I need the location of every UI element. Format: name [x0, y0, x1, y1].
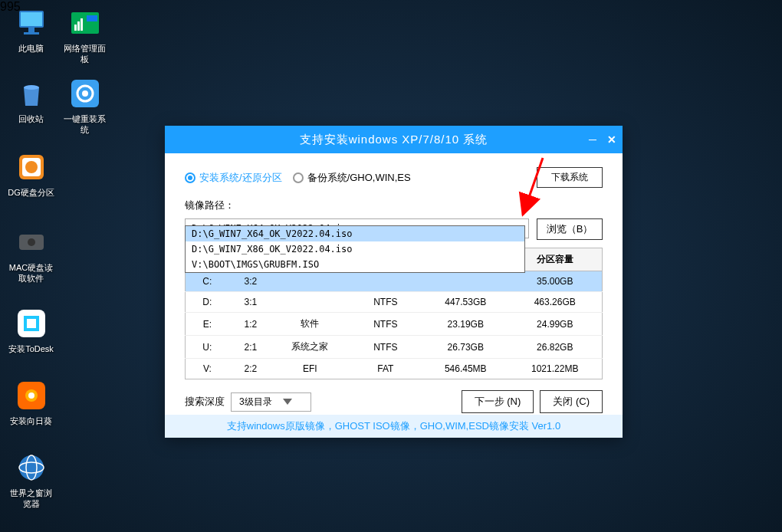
- path-dropdown: D:\G_WIN7_X64_OK_V2022.04.iso D:\G_WIN7_…: [185, 225, 525, 273]
- table-row[interactable]: V:2:2EFIFAT546.45MB1021.22MB: [186, 359, 603, 379]
- svg-point-9: [24, 85, 39, 90]
- desktop-icon-todesk[interactable]: 安装ToDesk: [6, 307, 56, 354]
- dropdown-option[interactable]: D:\G_WIN7_X64_OK_V2022.04.iso: [186, 226, 524, 241]
- path-label: 镜像路径：: [185, 199, 603, 212]
- icon-label: 世界之窗浏览器: [6, 488, 56, 509]
- mac-icon: [15, 225, 48, 259]
- window-title: 支持安装windows XP/7/8/10 系统: [300, 133, 488, 147]
- minimize-button[interactable]: ─: [589, 133, 596, 146]
- dropdown-option[interactable]: D:\G_WIN7_X86_OK_V2022.04.iso: [186, 241, 524, 257]
- desktop-icon-pc[interactable]: 此电脑: [6, 6, 56, 54]
- netpanel-icon: [68, 6, 102, 40]
- next-button[interactable]: 下一步 (N): [462, 390, 534, 413]
- desktop-icon-browser[interactable]: 世界之窗浏览器: [6, 451, 56, 509]
- search-depth-label: 搜索深度: [185, 395, 225, 409]
- sunflower-icon: [15, 379, 48, 412]
- desktop-icon-reinstall[interactable]: 一键重装系统: [60, 77, 110, 135]
- svg-point-17: [28, 238, 35, 246]
- browse-button[interactable]: 浏览（B）: [537, 218, 603, 240]
- close-button[interactable]: ✕: [607, 133, 616, 146]
- desktop-icon-dg[interactable]: DG硬盘分区: [6, 150, 56, 198]
- installer-window: 支持安装windows XP/7/8/10 系统 ─ ✕ 安装系统/还原分区 备…: [165, 126, 623, 438]
- svg-point-12: [82, 90, 88, 97]
- titlebar: 支持安装windows XP/7/8/10 系统 ─ ✕: [165, 126, 623, 153]
- radio-install[interactable]: 安装系统/还原分区: [185, 171, 282, 185]
- gear-icon: [68, 77, 102, 110]
- download-button[interactable]: 下载系统: [537, 167, 603, 188]
- svg-point-21: [28, 392, 34, 399]
- svg-rect-5: [74, 25, 77, 31]
- todesk-icon: [15, 307, 48, 340]
- monitor-icon: [15, 6, 48, 40]
- close-btn[interactable]: 关闭 (C): [540, 390, 603, 413]
- icon-label: 安装ToDesk: [8, 343, 54, 354]
- icon-label: DG硬盘分区: [8, 187, 54, 198]
- globe-icon: [15, 451, 48, 484]
- svg-rect-7: [80, 18, 83, 31]
- desktop-icon-sunflower[interactable]: 安装向日葵: [6, 379, 56, 426]
- svg-rect-8: [87, 15, 97, 21]
- table-row[interactable]: D:3:1NTFS447.53GB463.26GB: [186, 292, 603, 313]
- svg-point-15: [25, 161, 38, 173]
- icon-label: 回收站: [18, 113, 44, 124]
- radio-backup[interactable]: 备份系统/GHO,WIN,ES: [293, 171, 411, 185]
- desktop-icon-recycle[interactable]: 回收站: [6, 77, 56, 124]
- chevron-down-icon: [283, 399, 292, 405]
- disk-icon: [15, 150, 48, 184]
- svg-rect-2: [28, 28, 34, 32]
- icon-label: MAC硬盘读取软件: [6, 262, 56, 284]
- icon-label: 安装向日葵: [10, 415, 52, 426]
- icon-label: 一键重装系统: [60, 113, 110, 135]
- svg-rect-18: [18, 310, 45, 337]
- table-row[interactable]: U:2:1系统之家NTFS26.73GB26.82GB: [186, 336, 603, 359]
- desktop-icon-macdisk[interactable]: MAC硬盘读取软件: [6, 225, 56, 284]
- svg-point-22: [19, 455, 44, 480]
- info-strip: 支持windows原版镜像，GHOST ISO镜像，GHO,WIM,ESD镜像安…: [165, 415, 623, 438]
- svg-rect-6: [77, 21, 80, 31]
- icon-label: 网络管理面板: [60, 43, 110, 64]
- icon-label: 此电脑: [18, 43, 44, 54]
- search-depth-select[interactable]: 3级目录: [231, 392, 311, 412]
- dropdown-option[interactable]: V:\BOOT\IMGS\GRUBFM.ISO: [186, 257, 524, 272]
- svg-rect-1: [21, 12, 42, 26]
- table-row[interactable]: C:3:235.00GB: [186, 271, 603, 292]
- desktop-icon-netpanel[interactable]: 网络管理面板: [60, 6, 110, 64]
- svg-rect-3: [24, 32, 39, 34]
- table-row[interactable]: E:1:2软件NTFS23.19GB24.99GB: [186, 313, 603, 336]
- trash-icon: [15, 77, 48, 110]
